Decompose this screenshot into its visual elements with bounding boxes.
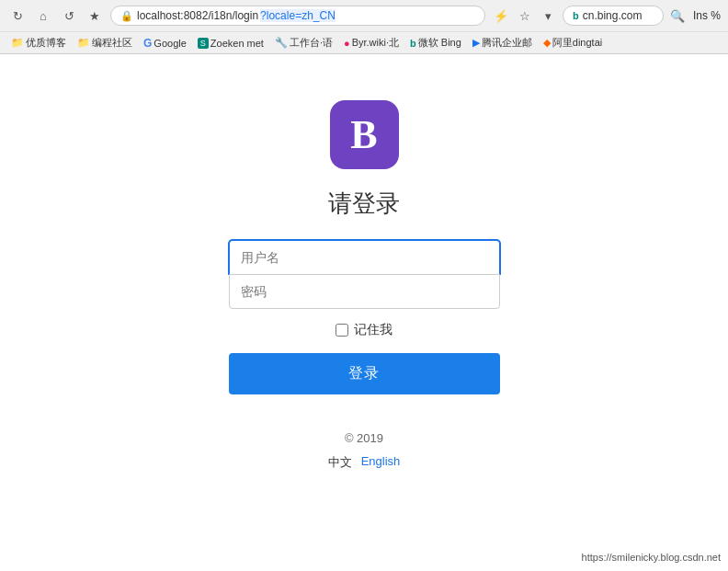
bookmark-google[interactable]: G Google: [140, 36, 190, 51]
search-button[interactable]: 🔍: [667, 6, 688, 26]
folder-icon: 📁: [11, 37, 24, 49]
bookmark-label: 阿里dingtai: [552, 36, 602, 50]
lock-icon: 🔒: [120, 10, 133, 22]
bing-icon: b: [410, 38, 416, 49]
bookmark-tencent[interactable]: ▶ 腾讯企业邮: [469, 35, 536, 51]
bookmark-label: 工作台·语: [290, 36, 333, 50]
url-base: localhost:8082/i18n/login: [137, 9, 258, 22]
folder-icon: 📁: [77, 37, 90, 49]
bookmark-youzhioblog[interactable]: 📁 优质博客: [7, 35, 70, 51]
footer: © 2019 中文 English: [328, 431, 401, 471]
bookmark-label: 微软 Bing: [418, 36, 461, 50]
bookmark-biancheng[interactable]: 📁 编程社区: [74, 35, 136, 51]
refresh-button[interactable]: ↺: [59, 6, 79, 26]
bookmark-label: Zoeken met: [210, 38, 264, 49]
browser-chrome: ↻ ⌂ ↺ ★ 🔒 localhost:8082/i18n/login?loca…: [0, 0, 728, 54]
bing-icon: b: [573, 10, 579, 21]
right-toolbar: ⚡ ☆ ▾ b cn.bing.com 🔍: [491, 6, 688, 26]
star-button[interactable]: ☆: [515, 6, 535, 26]
bookmark-zoeken[interactable]: S Zoeken met: [194, 37, 267, 50]
bookmark-label: Byr.wiki·北: [352, 36, 399, 50]
tencent-icon: ▶: [472, 37, 480, 49]
login-button[interactable]: 登录: [229, 353, 500, 394]
url-highlight: ?locale=zh_CN: [260, 9, 336, 22]
bookmark-gongzuo[interactable]: 🔧 工作台·语: [271, 35, 336, 51]
lang-en-link[interactable]: English: [361, 454, 401, 471]
byr-icon: ●: [344, 38, 350, 49]
home-button[interactable]: ⌂: [33, 6, 53, 26]
bookmark-label: 编程社区: [92, 36, 132, 50]
bookmark-byr[interactable]: ● Byr.wiki·北: [340, 35, 403, 51]
username-input[interactable]: [229, 240, 500, 274]
bing-search-bar[interactable]: b cn.bing.com: [563, 6, 664, 26]
folder-icon: 🔧: [275, 37, 288, 49]
copyright: © 2019: [328, 431, 401, 445]
bookmark-label: Google: [154, 38, 186, 49]
address-bar[interactable]: 🔒 localhost:8082/i18n/login?locale=zh_CN: [110, 6, 485, 26]
status-url: https://smilenicky.blog.csdn.net: [582, 552, 721, 563]
ins-label: Ins %: [693, 9, 721, 22]
login-title: 请登录: [328, 188, 400, 220]
bookmark-bing[interactable]: b 微软 Bing: [406, 35, 465, 51]
bookmark-label: 优质博客: [26, 36, 66, 50]
back-button[interactable]: ↻: [7, 6, 28, 26]
ali-icon: ◆: [543, 37, 551, 49]
forward-button[interactable]: ★: [85, 6, 105, 26]
lang-links: 中文 English: [328, 454, 401, 471]
bootstrap-logo: B: [330, 100, 399, 169]
remember-row: 记住我: [336, 322, 392, 338]
bootstrap-letter: B: [350, 115, 377, 155]
google-icon: G: [143, 37, 152, 50]
browser-toolbar: ↻ ⌂ ↺ ★ 🔒 localhost:8082/i18n/login?loca…: [0, 0, 728, 31]
lang-zh-link[interactable]: 中文: [328, 454, 352, 471]
bing-search-text: cn.bing.com: [583, 9, 643, 22]
address-url: localhost:8082/i18n/login?locale=zh_CN: [137, 9, 336, 22]
login-form: [229, 240, 500, 309]
s-icon: S: [198, 38, 209, 49]
more-button[interactable]: ▾: [539, 6, 559, 26]
page-content: B 请登录 记住我 登录 © 2019 中文 English https://s…: [0, 54, 728, 568]
bookmarks-bar: 📁 优质博客 📁 编程社区 G Google S Zoeken met 🔧 工作…: [0, 31, 728, 53]
bookmark-ali[interactable]: ◆ 阿里dingtai: [540, 35, 606, 51]
remember-label: 记住我: [354, 322, 392, 338]
remember-checkbox[interactable]: [336, 324, 348, 337]
password-input[interactable]: [229, 274, 500, 309]
bookmark-label: 腾讯企业邮: [482, 36, 532, 50]
lightning-button[interactable]: ⚡: [491, 6, 511, 26]
